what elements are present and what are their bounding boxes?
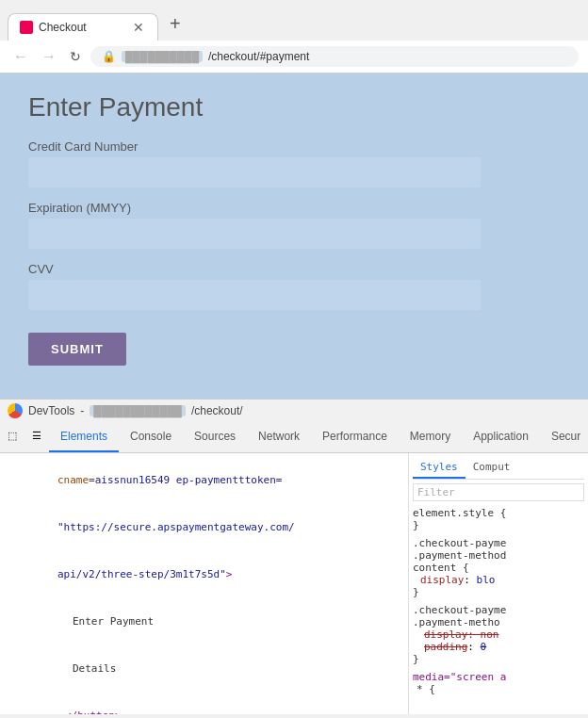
devtools-bar: DevTools - ████████████ /checkout/ [0, 399, 588, 422]
tab-sources[interactable]: Sources [183, 422, 247, 452]
list-item: api/v2/three-step/3m1t7s5d"> [0, 551, 408, 598]
tab-performance[interactable]: Performance [311, 422, 399, 452]
browser-chrome: Checkout ✕ + ← → ↻ 🔒 ██████████ /checkou… [0, 0, 588, 73]
credit-card-group: Credit Card Number [28, 139, 560, 188]
devtools-tabs: ⬚ ☰ Elements Console Sources Network Per… [0, 422, 588, 453]
new-tab-button[interactable]: + [160, 8, 190, 41]
credit-card-label: Credit Card Number [28, 139, 560, 154]
active-tab[interactable]: Checkout ✕ [8, 13, 158, 41]
lock-icon: 🔒 [102, 50, 116, 63]
page-content: Enter Payment Credit Card Number Expirat… [0, 73, 588, 399]
devtools-logo [8, 403, 23, 418]
styles-tab-styles[interactable]: Styles [413, 457, 466, 479]
style-rule-media: media="screen a * { [413, 671, 584, 695]
style-rule-checkout2: .checkout-payme .payment-metho display: … [413, 604, 584, 665]
address-hidden: ██████████ [122, 51, 203, 62]
address-path: /checkout/#payment [208, 50, 309, 63]
styles-panel: Styles Comput Filter element.style { } .… [409, 453, 588, 714]
expiration-group: Expiration (MMYY) [28, 201, 560, 249]
tab-network[interactable]: Network [247, 422, 311, 452]
devtools-url-suffix: /checkout/ [191, 404, 243, 417]
devtools-label: DevTools [28, 404, 74, 417]
devtools-main: cname=aissnun16549 ep-paymentttoken= "ht… [0, 453, 588, 714]
styles-tabs: Styles Comput [413, 457, 584, 480]
cvv-group: CVV [28, 262, 560, 310]
expiration-input[interactable] [28, 219, 481, 249]
list-item: cname=aissnun16549 ep-paymentttoken= [0, 457, 408, 504]
tab-bar: Checkout ✕ + [0, 0, 588, 41]
reload-button[interactable]: ↻ [66, 47, 85, 66]
tab-favicon [20, 21, 33, 34]
list-item: "https://secure.apspaymentgateway.com/ [0, 504, 408, 551]
inspect-icon[interactable]: ☰ [24, 422, 49, 452]
devtools-panel: ⬚ ☰ Elements Console Sources Network Per… [0, 422, 588, 714]
expiration-label: Expiration (MMYY) [28, 201, 560, 215]
tab-title: Checkout [39, 21, 125, 34]
devtools-url-prefix: - [80, 404, 84, 417]
tab-elements[interactable]: Elements [49, 422, 119, 452]
list-item: Enter Payment [0, 598, 408, 645]
tab-close-button[interactable]: ✕ [131, 20, 146, 35]
forward-button[interactable]: → [38, 46, 60, 67]
styles-tab-computed[interactable]: Comput [466, 457, 518, 479]
devtools-url-hidden: ████████████ [90, 405, 186, 416]
style-rule-checkout1: .checkout-payme .payment-method content … [413, 537, 584, 598]
list-item: Details [0, 645, 408, 693]
tab-application[interactable]: Application [462, 422, 540, 452]
back-button[interactable]: ← [9, 46, 32, 67]
tab-console[interactable]: Console [119, 422, 183, 452]
style-rule-element: element.style { } [413, 507, 584, 531]
tab-security[interactable]: Secur [540, 422, 588, 452]
tab-memory[interactable]: Memory [399, 422, 462, 452]
cursor-icon[interactable]: ⬚ [0, 422, 24, 452]
list-item: </button> [0, 693, 408, 714]
nav-bar: ← → ↻ 🔒 ██████████ /checkout/#payment [0, 41, 588, 73]
address-bar[interactable]: 🔒 ██████████ /checkout/#payment [90, 46, 579, 67]
credit-card-input[interactable] [28, 157, 481, 188]
elements-panel[interactable]: cname=aissnun16549 ep-paymentttoken= "ht… [0, 453, 409, 714]
cvv-input[interactable] [28, 280, 481, 310]
styles-filter[interactable]: Filter [413, 483, 584, 501]
cvv-label: CVV [28, 262, 560, 276]
submit-button[interactable]: SUBMIT [28, 333, 126, 366]
page-title: Enter Payment [28, 92, 560, 122]
